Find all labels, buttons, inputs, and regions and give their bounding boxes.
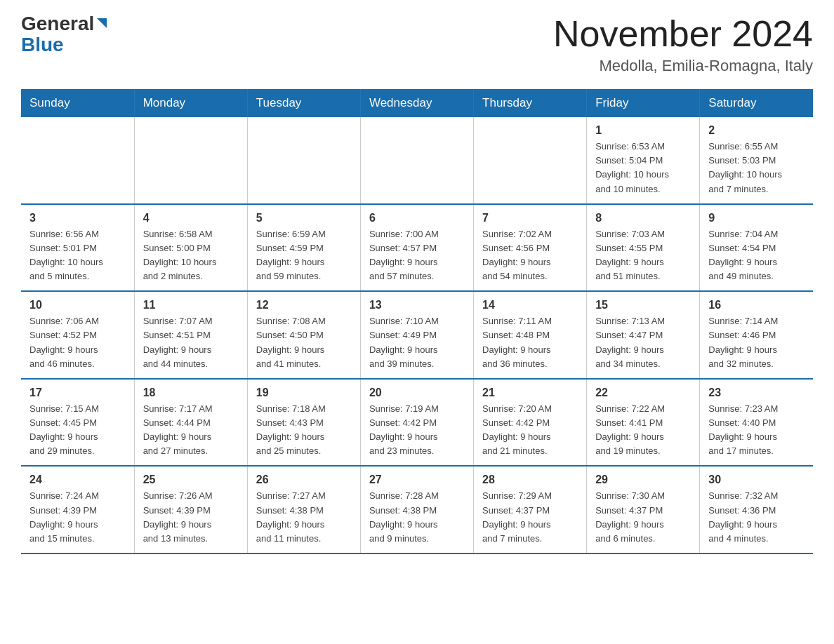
- calendar-cell: 20Sunrise: 7:19 AM Sunset: 4:42 PM Dayli…: [360, 379, 473, 467]
- day-number: 27: [369, 474, 465, 486]
- header-tuesday: Tuesday: [247, 89, 360, 117]
- day-info: Sunrise: 7:11 AM Sunset: 4:48 PM Dayligh…: [482, 314, 578, 371]
- calendar-cell: 25Sunrise: 7:26 AM Sunset: 4:39 PM Dayli…: [134, 466, 247, 554]
- calendar-cell: 2Sunrise: 6:55 AM Sunset: 5:03 PM Daylig…: [700, 117, 813, 204]
- header-monday: Monday: [134, 89, 247, 117]
- calendar-cell: 6Sunrise: 7:00 AM Sunset: 4:57 PM Daylig…: [360, 204, 473, 292]
- day-number: 14: [482, 299, 578, 311]
- logo-triangle-icon: [94, 15, 110, 31]
- day-info: Sunrise: 7:30 AM Sunset: 4:37 PM Dayligh…: [595, 489, 691, 546]
- day-info: Sunrise: 7:02 AM Sunset: 4:56 PM Dayligh…: [482, 227, 578, 284]
- calendar-cell: 8Sunrise: 7:03 AM Sunset: 4:55 PM Daylig…: [587, 204, 700, 292]
- day-number: 22: [595, 387, 691, 399]
- day-info: Sunrise: 7:32 AM Sunset: 4:36 PM Dayligh…: [708, 489, 805, 546]
- calendar-cell: [134, 117, 247, 204]
- header-wednesday: Wednesday: [360, 89, 473, 117]
- day-info: Sunrise: 7:08 AM Sunset: 4:50 PM Dayligh…: [256, 314, 352, 371]
- calendar-cell: 24Sunrise: 7:24 AM Sunset: 4:39 PM Dayli…: [21, 466, 134, 554]
- calendar-cell: 5Sunrise: 6:59 AM Sunset: 4:59 PM Daylig…: [247, 204, 360, 292]
- day-info: Sunrise: 7:24 AM Sunset: 4:39 PM Dayligh…: [29, 489, 126, 546]
- day-info: Sunrise: 7:13 AM Sunset: 4:47 PM Dayligh…: [595, 314, 691, 371]
- day-info: Sunrise: 7:03 AM Sunset: 4:55 PM Dayligh…: [595, 227, 691, 284]
- day-number: 28: [482, 474, 578, 486]
- calendar-cell: 28Sunrise: 7:29 AM Sunset: 4:37 PM Dayli…: [474, 466, 587, 554]
- calendar-cell: 23Sunrise: 7:23 AM Sunset: 4:40 PM Dayli…: [700, 379, 813, 467]
- day-number: 17: [29, 387, 126, 399]
- day-info: Sunrise: 7:04 AM Sunset: 4:54 PM Dayligh…: [708, 227, 805, 284]
- day-number: 11: [143, 299, 239, 311]
- day-info: Sunrise: 7:23 AM Sunset: 4:40 PM Dayligh…: [708, 402, 805, 459]
- day-number: 30: [708, 474, 805, 486]
- calendar-week-row: 17Sunrise: 7:15 AM Sunset: 4:45 PM Dayli…: [21, 379, 813, 467]
- calendar-cell: [247, 117, 360, 204]
- header-saturday: Saturday: [700, 89, 813, 117]
- calendar-week-row: 10Sunrise: 7:06 AM Sunset: 4:52 PM Dayli…: [21, 291, 813, 379]
- calendar-cell: 11Sunrise: 7:07 AM Sunset: 4:51 PM Dayli…: [134, 291, 247, 379]
- day-info: Sunrise: 7:06 AM Sunset: 4:52 PM Dayligh…: [29, 314, 126, 371]
- day-number: 20: [369, 387, 465, 399]
- logo: General Blue: [21, 14, 110, 56]
- header-thursday: Thursday: [474, 89, 587, 117]
- day-number: 5: [256, 212, 352, 224]
- calendar-cell: 3Sunrise: 6:56 AM Sunset: 5:01 PM Daylig…: [21, 204, 134, 292]
- day-info: Sunrise: 7:27 AM Sunset: 4:38 PM Dayligh…: [256, 489, 352, 546]
- day-info: Sunrise: 7:18 AM Sunset: 4:43 PM Dayligh…: [256, 402, 352, 459]
- day-info: Sunrise: 7:19 AM Sunset: 4:42 PM Dayligh…: [369, 402, 465, 459]
- day-info: Sunrise: 6:59 AM Sunset: 4:59 PM Dayligh…: [256, 227, 352, 284]
- day-number: 9: [708, 212, 805, 224]
- calendar-cell: 29Sunrise: 7:30 AM Sunset: 4:37 PM Dayli…: [587, 466, 700, 554]
- weekday-header-row: Sunday Monday Tuesday Wednesday Thursday…: [21, 89, 813, 117]
- day-info: Sunrise: 7:10 AM Sunset: 4:49 PM Dayligh…: [369, 314, 465, 371]
- day-info: Sunrise: 7:07 AM Sunset: 4:51 PM Dayligh…: [143, 314, 239, 371]
- day-info: Sunrise: 7:00 AM Sunset: 4:57 PM Dayligh…: [369, 227, 465, 284]
- calendar-cell: 14Sunrise: 7:11 AM Sunset: 4:48 PM Dayli…: [474, 291, 587, 379]
- day-info: Sunrise: 7:29 AM Sunset: 4:37 PM Dayligh…: [482, 489, 578, 546]
- title-block: November 2024 Medolla, Emilia-Romagna, I…: [553, 14, 813, 75]
- day-info: Sunrise: 7:20 AM Sunset: 4:42 PM Dayligh…: [482, 402, 578, 459]
- day-number: 18: [143, 387, 239, 399]
- logo-general-text: General: [21, 14, 94, 34]
- day-number: 16: [708, 299, 805, 311]
- day-number: 24: [29, 474, 126, 486]
- day-number: 15: [595, 299, 691, 311]
- calendar-cell: 22Sunrise: 7:22 AM Sunset: 4:41 PM Dayli…: [587, 379, 700, 467]
- day-number: 3: [29, 212, 126, 224]
- day-info: Sunrise: 7:22 AM Sunset: 4:41 PM Dayligh…: [595, 402, 691, 459]
- day-info: Sunrise: 7:17 AM Sunset: 4:44 PM Dayligh…: [143, 402, 239, 459]
- day-number: 13: [369, 299, 465, 311]
- calendar-cell: 21Sunrise: 7:20 AM Sunset: 4:42 PM Dayli…: [474, 379, 587, 467]
- calendar-cell: 10Sunrise: 7:06 AM Sunset: 4:52 PM Dayli…: [21, 291, 134, 379]
- calendar-cell: 17Sunrise: 7:15 AM Sunset: 4:45 PM Dayli…: [21, 379, 134, 467]
- day-number: 21: [482, 387, 578, 399]
- calendar-cell: [474, 117, 587, 204]
- calendar-cell: 30Sunrise: 7:32 AM Sunset: 4:36 PM Dayli…: [700, 466, 813, 554]
- day-number: 12: [256, 299, 352, 311]
- header-friday: Friday: [587, 89, 700, 117]
- calendar-cell: 15Sunrise: 7:13 AM Sunset: 4:47 PM Dayli…: [587, 291, 700, 379]
- day-info: Sunrise: 7:14 AM Sunset: 4:46 PM Dayligh…: [708, 314, 805, 371]
- calendar-cell: 1Sunrise: 6:53 AM Sunset: 5:04 PM Daylig…: [587, 117, 700, 204]
- day-number: 4: [143, 212, 239, 224]
- day-number: 29: [595, 474, 691, 486]
- calendar-cell: 13Sunrise: 7:10 AM Sunset: 4:49 PM Dayli…: [360, 291, 473, 379]
- day-info: Sunrise: 7:28 AM Sunset: 4:38 PM Dayligh…: [369, 489, 465, 546]
- calendar-table: Sunday Monday Tuesday Wednesday Thursday…: [21, 89, 813, 554]
- calendar-week-row: 24Sunrise: 7:24 AM Sunset: 4:39 PM Dayli…: [21, 466, 813, 554]
- calendar-cell: 7Sunrise: 7:02 AM Sunset: 4:56 PM Daylig…: [474, 204, 587, 292]
- day-info: Sunrise: 6:53 AM Sunset: 5:04 PM Dayligh…: [595, 140, 691, 196]
- calendar-week-row: 3Sunrise: 6:56 AM Sunset: 5:01 PM Daylig…: [21, 204, 813, 292]
- calendar-cell: 26Sunrise: 7:27 AM Sunset: 4:38 PM Dayli…: [247, 466, 360, 554]
- calendar-cell: 16Sunrise: 7:14 AM Sunset: 4:46 PM Dayli…: [700, 291, 813, 379]
- calendar-cell: 12Sunrise: 7:08 AM Sunset: 4:50 PM Dayli…: [247, 291, 360, 379]
- day-number: 2: [708, 124, 805, 137]
- calendar-cell: [21, 117, 134, 204]
- logo-blue-text: Blue: [21, 34, 64, 55]
- day-number: 8: [595, 212, 691, 224]
- calendar-cell: 19Sunrise: 7:18 AM Sunset: 4:43 PM Dayli…: [247, 379, 360, 467]
- day-number: 6: [369, 212, 465, 224]
- calendar-cell: 27Sunrise: 7:28 AM Sunset: 4:38 PM Dayli…: [360, 466, 473, 554]
- day-number: 7: [482, 212, 578, 224]
- day-number: 19: [256, 387, 352, 399]
- calendar-title: November 2024: [553, 14, 813, 54]
- calendar-cell: 4Sunrise: 6:58 AM Sunset: 5:00 PM Daylig…: [134, 204, 247, 292]
